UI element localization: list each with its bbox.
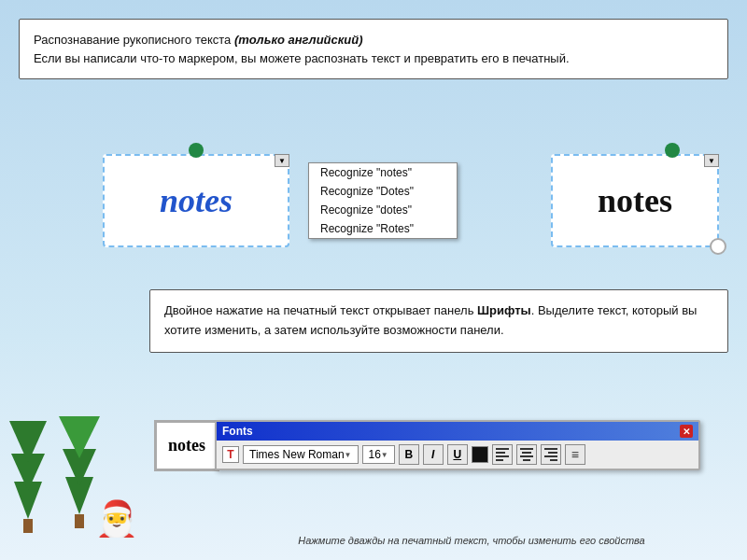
align-left-button[interactable] (492, 444, 513, 465)
recognition-area: ▼ notes Recognize "notes" Recognize "Dot… (28, 140, 719, 261)
underline-button[interactable]: U (447, 444, 468, 465)
align-right-button[interactable] (541, 444, 561, 465)
context-menu: Recognize "notes" Recognize "Dotes" Reco… (308, 162, 458, 239)
info-bottom-bold: Шрифты (477, 303, 531, 317)
menu-item-0[interactable]: Recognize "notes" (309, 163, 457, 182)
handwritten-box: ▼ notes (103, 154, 289, 247)
font-name-arrow: ▼ (345, 451, 352, 459)
info-top-line2: Если вы написали что-то маркером, вы мож… (34, 51, 570, 65)
font-name-selector[interactable]: Times New Roman ▼ (243, 445, 359, 464)
fonts-toolbar-body: T Times New Roman ▼ 16 ▼ B I U (217, 441, 698, 469)
fonts-toolbar: Fonts ✕ T Times New Roman ▼ 16 ▼ B I U (215, 420, 700, 470)
notes-label-box: notes (154, 420, 219, 471)
caption-text: Нажмите дважды на печатный текст, чтобы … (215, 535, 728, 546)
menu-item-1[interactable]: Recognize "Dotes" (309, 182, 457, 201)
color-picker[interactable] (472, 446, 488, 463)
printed-box: ▼ notes (551, 154, 719, 247)
italic-button[interactable]: I (423, 444, 444, 465)
info-box-top: Распознавание рукописного текста (только… (19, 19, 728, 79)
font-type-icon: T (222, 446, 239, 463)
font-name-value: Times New Roman (249, 448, 345, 461)
fonts-toolbar-title-label: Fonts (222, 425, 253, 438)
list-button[interactable]: ≡ (565, 444, 585, 465)
svg-rect-7 (75, 514, 84, 528)
svg-text:🎅: 🎅 (93, 497, 140, 538)
printed-text: notes (598, 181, 672, 220)
notes-label-text: notes (168, 436, 205, 455)
svg-rect-3 (23, 519, 33, 533)
font-size-value: 16 (369, 448, 381, 461)
menu-item-2[interactable]: Recognize "dotes" (309, 201, 457, 219)
info-bottom-text1: Двойное нажатие на печатный текст открыв… (164, 303, 477, 317)
printed-dropdown-btn[interactable]: ▼ (704, 154, 719, 167)
green-dot-right (665, 143, 680, 158)
align-center-button[interactable] (516, 444, 537, 465)
font-size-arrow: ▼ (381, 451, 388, 459)
handwritten-text: notes (160, 181, 233, 220)
resize-handle[interactable] (710, 238, 726, 255)
info-top-line1: Распознавание рукописного текста (34, 33, 234, 47)
green-dot-left (189, 143, 204, 158)
fonts-toolbar-title-bar[interactable]: Fonts ✕ (217, 422, 698, 441)
bold-button[interactable]: B (399, 444, 419, 465)
menu-item-3[interactable]: Recognize "Rotes" (309, 219, 457, 238)
fonts-toolbar-close-btn[interactable]: ✕ (680, 425, 693, 438)
font-size-selector[interactable]: 16 ▼ (362, 445, 395, 464)
dropdown-arrow-btn[interactable]: ▼ (275, 154, 289, 167)
tree-decoration: 🎅 (9, 370, 159, 541)
info-box-bottom: Двойное нажатие на печатный текст открыв… (149, 289, 728, 353)
info-top-italic: (только английский) (234, 33, 363, 47)
